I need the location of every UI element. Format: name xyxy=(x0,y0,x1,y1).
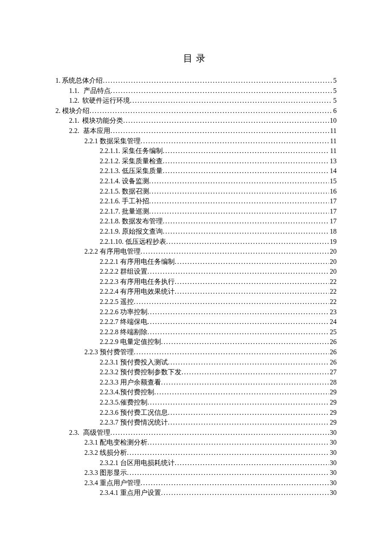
toc-leader-dots xyxy=(111,86,332,96)
toc-entry-page: 5 xyxy=(332,95,337,106)
toc-entry[interactable]: 2.2.3.4.预付费控制29 xyxy=(55,387,337,397)
toc-container: 1.系统总体介绍51.1.产品特点51.2.软硬件运行环境52.模块介绍62.1… xyxy=(55,75,337,498)
toc-entry[interactable]: 2.2.2.4 有序用电效果统计22 xyxy=(55,286,337,297)
toc-entry[interactable]: 2.2.2.7 终端保电24 xyxy=(55,317,337,327)
toc-entry-label: 2.2.2.1 有序用电任务编制 xyxy=(100,257,175,267)
toc-entry[interactable]: 2.2.2.1 有序用电任务编制20 xyxy=(55,257,337,267)
toc-entry[interactable]: 2.2.1.2. 采集质量检查13 xyxy=(55,156,337,166)
toc-entry[interactable]: 2.2.1 数据采集管理11 xyxy=(55,136,337,146)
toc-entry-label: 2.2.2.9 电量定值控制 xyxy=(100,337,161,347)
toc-entry-label: 2.2.1.5. 数据召测 xyxy=(100,186,149,197)
toc-leader-dots xyxy=(166,237,329,247)
toc-entry-page: 30 xyxy=(329,448,337,458)
toc-leader-dots xyxy=(182,367,329,377)
toc-entry[interactable]: 2.3.2 线损分析30 xyxy=(55,448,337,458)
toc-entry-page: 5 xyxy=(332,86,337,96)
toc-entry[interactable]: 2.3.2.1 台区用电损耗统计30 xyxy=(55,458,337,468)
toc-entry[interactable]: 2.2.1.4. 设备监测15 xyxy=(55,176,337,186)
toc-entry-page: 15 xyxy=(329,176,337,186)
toc-entry[interactable]: 2.3.4 重点用户管理30 xyxy=(55,478,337,488)
toc-entry[interactable]: 2.2.基本应用11 xyxy=(55,126,337,136)
toc-entry[interactable]: 2.2.1.9. 原始报文查询18 xyxy=(55,226,337,237)
toc-entry-page: 11 xyxy=(329,126,337,136)
toc-entry-number: 2. xyxy=(55,106,62,116)
toc-entry-page: 19 xyxy=(329,237,337,247)
toc-entry[interactable]: 1.1.产品特点5 xyxy=(55,86,337,96)
toc-entry-label: 2.2.3.1 预付费投入测试 xyxy=(100,357,168,367)
toc-leader-dots xyxy=(163,156,329,166)
toc-entry-label: 2.2.1.2. 采集质量检查 xyxy=(100,156,163,166)
toc-entry[interactable]: 2.2.3.2 预付费控制参数下发27 xyxy=(55,367,337,377)
toc-entry[interactable]: 2.2.3.1 预付费投入测试26 xyxy=(55,357,337,367)
toc-entry[interactable]: 2.2.1.8. 数据发布管理17 xyxy=(55,216,337,226)
toc-entry-label: 模块介绍 xyxy=(62,106,89,116)
toc-entry[interactable]: 2.3.3 图形显示30 xyxy=(55,468,337,478)
toc-leader-dots xyxy=(161,377,329,387)
toc-entry-label: 2.2.3.3 用户余额查看 xyxy=(100,377,161,387)
toc-entry[interactable]: 2.2.2.6 功率控制23 xyxy=(55,307,337,317)
toc-entry-page: 17 xyxy=(329,216,337,226)
toc-entry[interactable]: 2.2.2.9 电量定值控制26 xyxy=(55,337,337,347)
toc-entry-label: 2.3.2 线损分析 xyxy=(84,448,127,458)
toc-entry[interactable]: 2.2.1.6. 手工补招17 xyxy=(55,196,337,206)
toc-entry[interactable]: 2.2.2.3 有序用电任务执行22 xyxy=(55,277,337,287)
toc-entry-label: 2.3.4 重点用户管理 xyxy=(84,478,141,488)
toc-entry[interactable]: 2.2.1.10. 低压远程抄表19 xyxy=(55,237,337,247)
toc-leader-dots xyxy=(141,136,329,146)
toc-entry-label: 2.2.1.7. 批量巡测 xyxy=(100,206,149,217)
toc-entry[interactable]: 2.2.2.2 群组设置20 xyxy=(55,266,337,277)
toc-leader-dots xyxy=(110,126,329,136)
toc-entry-page: 11 xyxy=(329,136,337,146)
toc-entry-label: 2.2.1.4. 设备监测 xyxy=(100,176,149,186)
toc-entry-page: 26 xyxy=(329,357,337,367)
toc-entry-label: 产品特点 xyxy=(84,86,111,96)
toc-leader-dots xyxy=(89,106,332,116)
toc-entry-page: 26 xyxy=(329,347,337,357)
toc-entry-page: 27 xyxy=(329,367,337,377)
toc-entry-label: 2.3.1 配电变检测分析 xyxy=(84,437,147,448)
toc-entry[interactable]: 2.1.模块功能分类10 xyxy=(55,116,337,126)
toc-entry-label: 2.2.1.6. 手工补招 xyxy=(100,196,149,206)
toc-entry-label: 模块功能分类 xyxy=(82,116,123,126)
toc-entry-label: 2.2.2.4 有序用电效果统计 xyxy=(100,286,175,297)
toc-entry-page: 30 xyxy=(329,468,337,478)
toc-entry-number: 2.3. xyxy=(69,428,83,438)
toc-entry-label: 2.2.3.4.预付费控制 xyxy=(100,387,154,397)
toc-entry[interactable]: 2.2.2.5 遥控22 xyxy=(55,297,337,307)
toc-entry-page: 30 xyxy=(329,478,337,488)
toc-entry-label: 2.2.2.8 终端剔除 xyxy=(100,327,147,337)
toc-entry-label: 2.2.3.5.催费控制 xyxy=(100,397,147,408)
toc-entry[interactable]: 2.2.3.3 用户余额查看28 xyxy=(55,377,337,387)
toc-leader-dots xyxy=(175,277,329,287)
toc-entry[interactable]: 2.2.3.6 预付费工况信息29 xyxy=(55,408,337,418)
toc-entry-page: 10 xyxy=(329,116,337,126)
toc-entry[interactable]: 2.2.3 预付费管理26 xyxy=(55,347,337,357)
toc-leader-dots xyxy=(147,437,329,448)
toc-leader-dots xyxy=(163,216,329,226)
toc-leader-dots xyxy=(141,246,329,257)
toc-entry[interactable]: 2.2.2.8 终端剔除25 xyxy=(55,327,337,337)
toc-entry-page: 29 xyxy=(329,387,337,397)
toc-entry[interactable]: 2.2.1.5. 数据召测16 xyxy=(55,186,337,197)
toc-entry[interactable]: 2.2.2 有序用电管理20 xyxy=(55,246,337,257)
toc-entry-label: 2.2.2 有序用电管理 xyxy=(84,246,141,257)
toc-entry[interactable]: 2.2.1.3. 低压采集质量14 xyxy=(55,166,337,176)
toc-entry[interactable]: 2.3.高级管理30 xyxy=(55,428,337,438)
toc-leader-dots xyxy=(123,116,329,126)
toc-entry[interactable]: 2.2.3.5.催费控制29 xyxy=(55,397,337,408)
toc-leader-dots xyxy=(168,417,329,428)
toc-leader-dots xyxy=(134,347,329,357)
toc-entry[interactable]: 2.2.1.1. 采集任务编制11 xyxy=(55,146,337,156)
toc-entry[interactable]: 2.2.1.7. 批量巡测17 xyxy=(55,206,337,217)
toc-entry-page: 30 xyxy=(329,488,337,498)
toc-entry[interactable]: 2.3.1 配电变检测分析30 xyxy=(55,437,337,448)
toc-entry-page: 30 xyxy=(329,428,337,438)
toc-entry[interactable]: 2.模块介绍6 xyxy=(55,106,337,116)
toc-entry[interactable]: 1.2.软硬件运行环境5 xyxy=(55,95,337,106)
toc-entry[interactable]: 1.系统总体介绍5 xyxy=(55,75,337,86)
toc-entry[interactable]: 2.3.4.1 重点用户设置30 xyxy=(55,488,337,498)
toc-entry-label: 2.3.2.1 台区用电损耗统计 xyxy=(100,458,175,468)
toc-entry-number: 2.1. xyxy=(69,116,82,126)
toc-entry-page: 20 xyxy=(329,257,337,267)
toc-entry[interactable]: 2.2.3.7 预付费情况统计29 xyxy=(55,417,337,428)
